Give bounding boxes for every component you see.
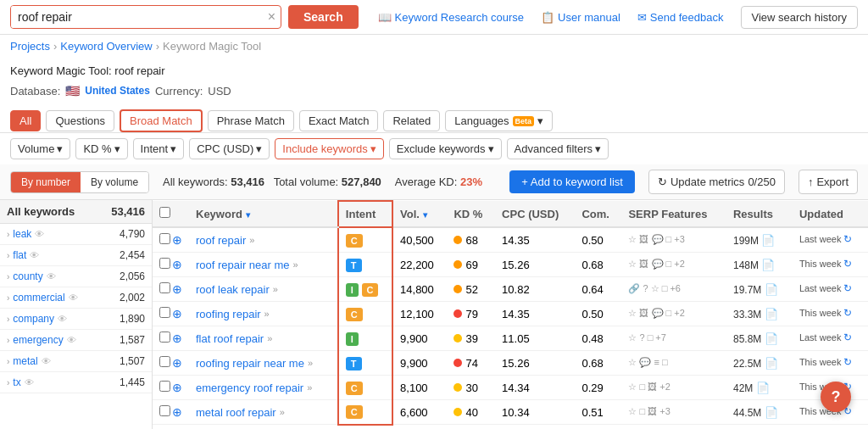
col-updated[interactable]: Updated (793, 201, 868, 227)
eye-icon[interactable]: 👁 (69, 292, 78, 303)
keyword-link[interactable]: emergency roof repair » (196, 382, 331, 394)
tab-languages[interactable]: Languages Beta ▾ (445, 110, 553, 131)
tab-questions[interactable]: Questions (46, 110, 114, 131)
eye-icon[interactable]: 👁 (58, 314, 67, 324)
cpc-cell: 14.35 (495, 302, 575, 326)
list-item[interactable]: › tx 👁1,445 (0, 372, 152, 393)
eye-icon[interactable]: 👁 (42, 356, 51, 366)
plus-icon: ⊕ (172, 381, 182, 394)
kd-cell: 39 (447, 326, 495, 351)
doc-icon: 📄 (756, 382, 770, 394)
chevron-icon: › (7, 272, 9, 281)
help-button[interactable]: ? (821, 382, 851, 412)
chevron-icon: ▾ (170, 142, 176, 155)
tab-exact-match[interactable]: Exact Match (299, 110, 379, 131)
row-checkbox[interactable] (159, 233, 170, 244)
user-manual-link[interactable]: 📋 User manual (541, 11, 620, 24)
breadcrumb-projects[interactable]: Projects (10, 40, 50, 53)
refresh-icon[interactable]: ↻ (843, 258, 852, 270)
list-item[interactable]: › metal 👁1,507 (0, 351, 152, 372)
list-item[interactable]: › leak 👁4,790 (0, 224, 152, 245)
table-row: ⊕ roof repair near me » T 22,200 69 15.2… (153, 253, 868, 277)
tab-all[interactable]: All (10, 110, 41, 131)
tab-related[interactable]: Related (383, 110, 440, 131)
search-button[interactable]: Search (288, 5, 359, 29)
keyword-link[interactable]: flat roof repair » (196, 332, 331, 345)
eye-icon[interactable]: 👁 (35, 229, 44, 239)
update-metrics-button[interactable]: ↻ Update metrics 0/250 (648, 170, 785, 194)
row-checkbox-cell: ⊕ (153, 227, 189, 253)
search-input[interactable] (11, 6, 263, 28)
include-keywords-filter[interactable]: Include keywords ▾ (275, 138, 383, 159)
send-feedback-link[interactable]: ✉ Send feedback (637, 11, 724, 24)
list-item[interactable]: › county 👁2,056 (0, 266, 152, 287)
breadcrumb-keyword-overview[interactable]: Keyword Overview (60, 40, 152, 53)
feedback-icon: ✉ (637, 11, 647, 24)
keyword-link[interactable]: roofing repair » (196, 308, 331, 320)
col-results[interactable]: Results (726, 201, 793, 227)
country-select[interactable]: United States (85, 85, 150, 97)
list-item[interactable]: › company 👁1,890 (0, 309, 152, 330)
serp-cell: ☆ ? □ +7 (621, 327, 726, 348)
col-volume[interactable]: Vol. ▾ (392, 201, 447, 227)
row-checkbox[interactable] (159, 307, 170, 318)
refresh-icon[interactable]: ↻ (843, 307, 852, 319)
tab-broad-match[interactable]: Broad Match (120, 109, 203, 132)
list-item[interactable]: › commercial 👁2,002 (0, 287, 152, 309)
by-number-button[interactable]: By number (11, 172, 81, 192)
by-volume-button[interactable]: By volume (81, 172, 148, 192)
refresh-icon[interactable]: ↻ (843, 282, 852, 294)
chevron-icon: ▾ (370, 142, 376, 155)
keyword-link[interactable]: metal roof repair » (196, 406, 331, 419)
volume-filter[interactable]: Volume ▾ (10, 138, 70, 159)
intent-cell: I (338, 326, 392, 351)
clear-button[interactable]: × (263, 9, 281, 25)
refresh-icon[interactable]: ↻ (843, 332, 852, 343)
keyword-link[interactable]: roof leak repair » (196, 283, 331, 296)
col-kd[interactable]: KD % (447, 201, 495, 227)
intent-filter[interactable]: Intent ▾ (133, 138, 185, 159)
exclude-keywords-filter[interactable]: Exclude keywords ▾ (389, 138, 502, 159)
row-checkbox[interactable] (159, 356, 170, 367)
col-serp[interactable]: SERP Features (621, 201, 726, 227)
row-checkbox[interactable] (159, 381, 170, 392)
advanced-filters[interactable]: Advanced filters ▾ (507, 138, 609, 159)
refresh-icon[interactable]: ↻ (843, 233, 852, 245)
col-intent[interactable]: Intent (338, 201, 392, 227)
chevron-icon: › (7, 336, 9, 345)
col-com[interactable]: Com. (575, 201, 621, 227)
export-button[interactable]: ↑ Export (798, 170, 858, 194)
eye-icon[interactable]: 👁 (25, 377, 34, 387)
add-to-keyword-list-button[interactable]: + Add to keyword list (509, 170, 635, 193)
row-checkbox[interactable] (159, 405, 170, 416)
plus-icon: ⊕ (172, 258, 182, 271)
refresh-icon[interactable]: ↻ (843, 356, 852, 368)
view-history-button[interactable]: View search history (741, 6, 858, 29)
list-item[interactable]: › flat 👁2,454 (0, 245, 152, 266)
row-checkbox[interactable] (159, 332, 170, 343)
tab-phrase-match[interactable]: Phrase Match (208, 110, 294, 131)
kd-filter[interactable]: KD % ▾ (75, 138, 127, 159)
doc-icon: 📄 (765, 332, 778, 345)
eye-icon[interactable]: 👁 (30, 250, 39, 260)
chevron-icon: ▾ (595, 142, 601, 155)
keyword-link[interactable]: roof repair near me » (196, 259, 331, 271)
cpc-filter[interactable]: CPC (USD) ▾ (189, 138, 270, 159)
list-item[interactable]: › emergency 👁1,587 (0, 330, 152, 351)
keyword-link[interactable]: roof repair » (196, 234, 331, 247)
keyword-course-link[interactable]: 📖 Keyword Research course (378, 11, 524, 24)
select-all-checkbox[interactable] (159, 207, 170, 218)
eye-icon[interactable]: 👁 (67, 335, 76, 345)
eye-icon[interactable]: 👁 (47, 271, 56, 281)
keyword-link[interactable]: roofing repair near me » (196, 357, 331, 370)
col-keyword[interactable]: Keyword ▾ (189, 201, 338, 227)
updated-cell: This week ↻ (793, 351, 868, 373)
keyword-arrow: » (280, 407, 285, 417)
row-checkbox[interactable] (159, 258, 170, 269)
results-cell: 42M 📄 (726, 376, 793, 400)
kd-cell: 52 (447, 277, 495, 302)
row-checkbox[interactable] (159, 282, 170, 293)
sidebar-keyword: › company 👁 (7, 313, 67, 325)
col-cpc[interactable]: CPC (USD) (495, 201, 575, 227)
chevron-icon: ▾ (256, 142, 262, 155)
